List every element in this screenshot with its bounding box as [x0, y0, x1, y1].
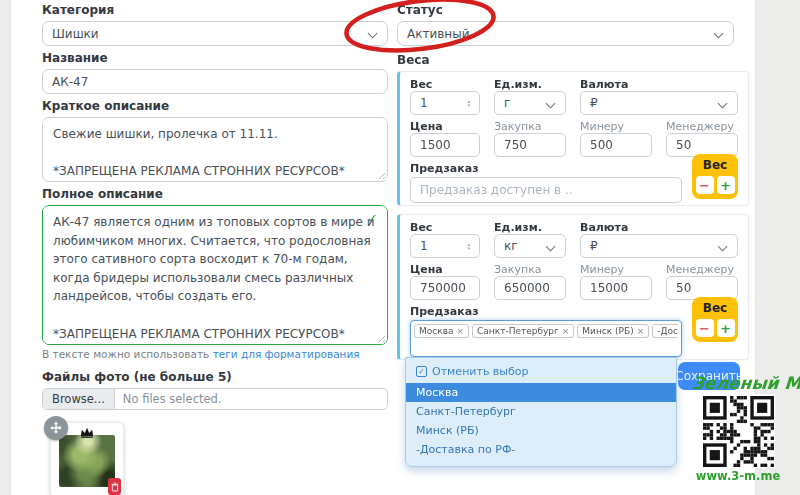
unit-select[interactable]: кг [494, 234, 566, 258]
full-description-textarea[interactable]: АК-47 является одним из топовых сортов в… [42, 205, 388, 345]
delete-photo-button[interactable] [108, 478, 121, 495]
remove-tag-icon[interactable]: × [637, 326, 645, 336]
category-label: Категория [42, 4, 388, 17]
weight-label: Вес [410, 222, 480, 234]
short-description-label: Краткое описание [42, 100, 388, 113]
full-description-label: Полное описание [42, 188, 388, 201]
trash-icon [111, 482, 119, 492]
miner-label: Минеру [580, 264, 652, 276]
purchase-input[interactable] [494, 133, 566, 157]
category-value: Шишки [52, 27, 99, 41]
dropdown-option-moskva[interactable]: Москва [406, 383, 676, 402]
file-status-text: No files selected. [115, 389, 230, 409]
currency-select[interactable]: ₽ [580, 91, 738, 115]
move-icon [49, 421, 63, 435]
status-select[interactable]: Активный [397, 21, 734, 46]
price-input[interactable] [410, 276, 480, 300]
qr-code [701, 394, 775, 468]
weight-card-2: Вес 1 ▴ ▾ Ед.изм. кг [397, 214, 749, 360]
purchase-input[interactable] [494, 276, 566, 300]
preorder-dropdown: ✓ Отменить выбор Москва Санкт-Петербург … [405, 357, 677, 467]
dropdown-option-dostavka[interactable]: -Доставка по РФ- [406, 440, 676, 459]
increase-weight-button[interactable]: + [717, 176, 735, 194]
plant-photo [59, 435, 115, 487]
formatting-tags-link[interactable]: теги для форматирования [213, 348, 360, 360]
remove-tag-icon[interactable]: × [456, 326, 464, 336]
weight-card-1: Вес 1 ▴ ▾ Ед.изм. г [397, 71, 749, 206]
miner-input[interactable] [580, 133, 652, 157]
move-handle[interactable] [44, 416, 68, 440]
weight-counter-label: Вес [692, 301, 738, 315]
website-url: www.3-m.me [694, 469, 782, 483]
preorder-label: Предзаказ [410, 163, 738, 175]
weight-counter-label: Вес [692, 158, 738, 172]
currency-label: Валюта [580, 222, 738, 234]
checkbox-checked-icon: ✓ [416, 366, 427, 377]
clear-selection-option[interactable]: ✓ Отменить выбор [406, 361, 676, 383]
dropdown-option-minsk[interactable]: Минск (РБ) [406, 421, 676, 440]
preorder-multiselect[interactable]: Москва × Санкт-Петербург × Минск (РБ) × … [410, 320, 682, 357]
weight-input[interactable]: 1 ▴ ▾ [410, 91, 480, 115]
chevron-down-icon [546, 99, 556, 109]
preorder-input[interactable] [410, 177, 682, 203]
chevron-down-icon [718, 99, 728, 109]
increase-weight-button[interactable]: + [717, 319, 735, 337]
product-edit-page: Категория Шишки Название Краткое описани… [0, 0, 800, 495]
photo-thumbnail [50, 422, 124, 495]
preorder-tag[interactable]: Минск (РБ) × [577, 324, 649, 338]
name-label: Название [42, 52, 388, 65]
purchase-label: Закупка [494, 121, 566, 133]
unit-label: Ед.изм. [494, 79, 566, 91]
preorder-tag[interactable]: -Доставка по РФ- × [652, 324, 678, 338]
file-input[interactable]: Browse... No files selected. [42, 388, 388, 410]
manager-label: Менеджеру [666, 264, 738, 276]
price-label: Цена [410, 121, 480, 133]
miner-input[interactable] [580, 276, 652, 300]
spinner-down-icon[interactable]: ▾ [467, 246, 470, 250]
weights-section-label: Веса [397, 54, 749, 67]
number-spinner[interactable]: ▴ ▾ [467, 99, 470, 107]
currency-label: Валюта [580, 79, 738, 91]
short-description-textarea[interactable]: Свежие шишки, пролечка от 11.11. *ЗАПРЕЩ… [42, 117, 388, 182]
remove-tag-icon[interactable]: × [562, 326, 570, 336]
price-label: Цена [410, 264, 480, 276]
brand-watermark: Зеленый Мир [691, 373, 800, 393]
chevron-down-icon [718, 242, 728, 252]
number-spinner[interactable]: ▴ ▾ [467, 242, 470, 250]
chevron-down-icon [714, 29, 724, 39]
price-input[interactable] [410, 133, 480, 157]
decrease-weight-button[interactable]: − [696, 176, 714, 194]
dropdown-option-spb[interactable]: Санкт-Петербург [406, 402, 676, 421]
unit-select[interactable]: г [494, 91, 566, 115]
right-column: Статус Активный Веса Вес 1 ▴ ▾ [397, 0, 749, 368]
photo-files-label: Файлы фото (не больше 5) [42, 371, 388, 384]
left-column: Категория Шишки Название Краткое описани… [42, 0, 388, 495]
crown-icon [80, 427, 95, 438]
spinner-down-icon[interactable]: ▾ [467, 103, 470, 107]
weight-input[interactable]: 1 ▴ ▾ [410, 234, 480, 258]
status-value: Активный [407, 27, 469, 41]
preorder-tag[interactable]: Санкт-Петербург × [472, 324, 574, 338]
category-select[interactable]: Шишки [42, 21, 388, 46]
unit-label: Ед.изм. [494, 222, 566, 234]
name-input[interactable] [42, 69, 388, 94]
preorder-tag[interactable]: Москва × [414, 324, 469, 338]
weight-label: Вес [410, 79, 480, 91]
weight-counter-box: Вес − + [692, 297, 738, 342]
currency-select[interactable]: ₽ [580, 234, 738, 258]
browse-button[interactable]: Browse... [43, 389, 115, 409]
chevron-down-icon [546, 242, 556, 252]
status-label: Статус [397, 4, 749, 17]
manager-label: Менеджеру [666, 121, 738, 133]
miner-label: Минеру [580, 121, 652, 133]
preorder-label: Предзаказ [410, 306, 738, 318]
formatting-hint: В тексте можно использовать теги для фор… [42, 348, 388, 360]
chevron-down-icon [368, 29, 378, 39]
valid-check-icon: ✓ [367, 211, 378, 226]
decrease-weight-button[interactable]: − [696, 319, 714, 337]
purchase-label: Закупка [494, 264, 566, 276]
weight-counter-box: Вес − + [692, 154, 738, 199]
